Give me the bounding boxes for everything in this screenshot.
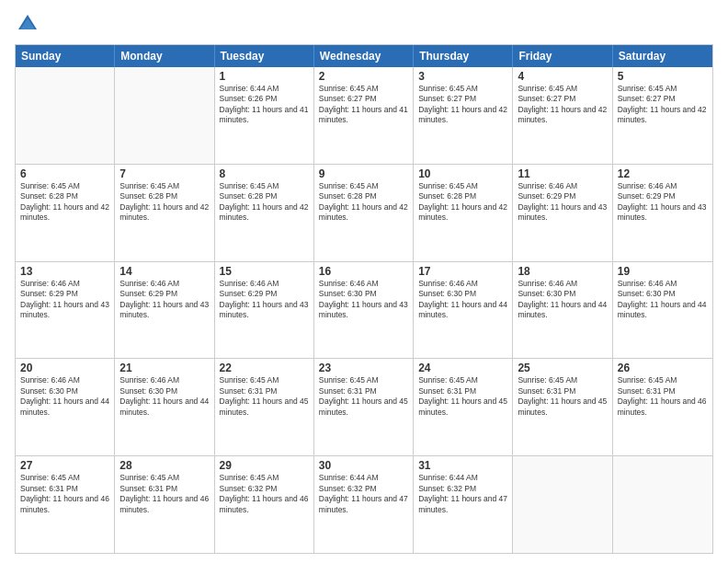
logo-icon [15,11,40,37]
day-number: 2 [319,70,408,83]
day-details: Sunrise: 6:46 AM Sunset: 6:30 PM Dayligh… [518,279,607,321]
day-number: 9 [319,167,408,180]
day-cell-19: 19Sunrise: 6:46 AM Sunset: 6:30 PM Dayli… [613,262,712,359]
day-cell-23: 23Sunrise: 6:45 AM Sunset: 6:31 PM Dayli… [314,359,414,455]
day-number: 3 [418,70,507,83]
weekday-header-wednesday: Wednesday [314,45,414,67]
day-number: 13 [20,265,109,278]
day-number: 31 [418,459,507,472]
day-number: 23 [319,362,408,374]
day-details: Sunrise: 6:46 AM Sunset: 6:29 PM Dayligh… [220,279,309,321]
day-number: 18 [518,265,607,278]
day-details: Sunrise: 6:46 AM Sunset: 6:30 PM Dayligh… [119,375,209,418]
day-details: Sunrise: 6:45 AM Sunset: 6:31 PM Dayligh… [418,375,507,418]
day-number: 14 [119,265,209,278]
day-cell-13: 13Sunrise: 6:46 AM Sunset: 6:29 PM Dayli… [16,262,115,359]
logo [15,11,44,37]
day-number: 1 [220,70,309,83]
calendar-header: SundayMondayTuesdayWednesdayThursdayFrid… [16,45,712,67]
day-details: Sunrise: 6:45 AM Sunset: 6:28 PM Dayligh… [119,181,209,224]
day-number: 27 [20,459,109,472]
day-number: 29 [220,459,309,472]
day-number: 19 [618,265,708,278]
day-number: 22 [220,362,309,374]
day-details: Sunrise: 6:44 AM Sunset: 6:32 PM Dayligh… [418,473,507,515]
day-details: Sunrise: 6:45 AM Sunset: 6:27 PM Dayligh… [319,84,408,126]
day-details: Sunrise: 6:46 AM Sunset: 6:29 PM Dayligh… [20,279,109,321]
day-cell-31: 31Sunrise: 6:44 AM Sunset: 6:32 PM Dayli… [414,456,513,553]
day-cell-30: 30Sunrise: 6:44 AM Sunset: 6:32 PM Dayli… [314,456,414,553]
day-cell-24: 24Sunrise: 6:45 AM Sunset: 6:31 PM Dayli… [414,359,513,455]
day-details: Sunrise: 6:45 AM Sunset: 6:31 PM Dayligh… [618,375,708,418]
empty-cell-4-6 [613,456,712,553]
calendar-row-3: 13Sunrise: 6:46 AM Sunset: 6:29 PM Dayli… [16,261,712,359]
day-details: Sunrise: 6:45 AM Sunset: 6:28 PM Dayligh… [319,181,408,224]
day-details: Sunrise: 6:45 AM Sunset: 6:27 PM Dayligh… [418,84,507,126]
day-details: Sunrise: 6:45 AM Sunset: 6:28 PM Dayligh… [418,181,507,224]
day-cell-20: 20Sunrise: 6:46 AM Sunset: 6:30 PM Dayli… [16,359,115,455]
day-number: 11 [518,167,607,180]
calendar-body: 1Sunrise: 6:44 AM Sunset: 6:26 PM Daylig… [16,67,712,553]
day-cell-1: 1Sunrise: 6:44 AM Sunset: 6:26 PM Daylig… [215,67,314,164]
day-cell-4: 4Sunrise: 6:45 AM Sunset: 6:27 PM Daylig… [513,67,612,164]
day-number: 8 [220,167,309,180]
calendar-page: SundayMondayTuesdayWednesdayThursdayFrid… [0,0,728,563]
day-cell-21: 21Sunrise: 6:46 AM Sunset: 6:30 PM Dayli… [115,359,214,455]
day-cell-27: 27Sunrise: 6:45 AM Sunset: 6:31 PM Dayli… [16,456,115,553]
day-cell-9: 9Sunrise: 6:45 AM Sunset: 6:28 PM Daylig… [314,165,414,261]
day-cell-6: 6Sunrise: 6:45 AM Sunset: 6:28 PM Daylig… [16,165,115,261]
empty-cell-0-1 [115,67,214,164]
calendar-row-5: 27Sunrise: 6:45 AM Sunset: 6:31 PM Dayli… [16,455,712,553]
day-cell-3: 3Sunrise: 6:45 AM Sunset: 6:27 PM Daylig… [414,67,513,164]
day-number: 26 [618,362,708,374]
day-details: Sunrise: 6:45 AM Sunset: 6:31 PM Dayligh… [20,473,109,515]
day-number: 20 [20,362,109,374]
day-details: Sunrise: 6:45 AM Sunset: 6:27 PM Dayligh… [618,84,708,126]
day-number: 12 [618,167,708,180]
day-cell-15: 15Sunrise: 6:46 AM Sunset: 6:29 PM Dayli… [215,262,314,359]
day-details: Sunrise: 6:44 AM Sunset: 6:32 PM Dayligh… [319,473,408,515]
day-details: Sunrise: 6:46 AM Sunset: 6:30 PM Dayligh… [20,375,109,418]
calendar-row-4: 20Sunrise: 6:46 AM Sunset: 6:30 PM Dayli… [16,358,712,455]
calendar-row-2: 6Sunrise: 6:45 AM Sunset: 6:28 PM Daylig… [16,164,712,261]
day-cell-14: 14Sunrise: 6:46 AM Sunset: 6:29 PM Dayli… [115,262,214,359]
day-cell-18: 18Sunrise: 6:46 AM Sunset: 6:30 PM Dayli… [513,262,612,359]
page-header [15,11,713,37]
day-cell-29: 29Sunrise: 6:45 AM Sunset: 6:32 PM Dayli… [215,456,314,553]
day-details: Sunrise: 6:45 AM Sunset: 6:31 PM Dayligh… [518,375,607,418]
day-number: 24 [418,362,507,374]
day-cell-17: 17Sunrise: 6:46 AM Sunset: 6:30 PM Dayli… [414,262,513,359]
day-cell-5: 5Sunrise: 6:45 AM Sunset: 6:27 PM Daylig… [613,67,712,164]
day-number: 4 [518,70,607,83]
day-number: 17 [418,265,507,278]
weekday-header-sunday: Sunday [16,45,115,67]
weekday-header-thursday: Thursday [414,45,513,67]
day-cell-2: 2Sunrise: 6:45 AM Sunset: 6:27 PM Daylig… [314,67,414,164]
day-details: Sunrise: 6:46 AM Sunset: 6:30 PM Dayligh… [618,279,708,321]
day-details: Sunrise: 6:45 AM Sunset: 6:27 PM Dayligh… [518,84,607,126]
day-number: 16 [319,265,408,278]
weekday-header-tuesday: Tuesday [215,45,314,67]
weekday-header-saturday: Saturday [613,45,712,67]
day-details: Sunrise: 6:46 AM Sunset: 6:29 PM Dayligh… [618,181,708,224]
day-number: 30 [319,459,408,472]
empty-cell-4-5 [513,456,612,553]
day-cell-26: 26Sunrise: 6:45 AM Sunset: 6:31 PM Dayli… [613,359,712,455]
day-number: 15 [220,265,309,278]
day-details: Sunrise: 6:45 AM Sunset: 6:28 PM Dayligh… [220,181,309,224]
day-cell-25: 25Sunrise: 6:45 AM Sunset: 6:31 PM Dayli… [513,359,612,455]
day-details: Sunrise: 6:46 AM Sunset: 6:30 PM Dayligh… [418,279,507,321]
day-number: 28 [119,459,209,472]
day-number: 21 [119,362,209,374]
weekday-header-monday: Monday [115,45,214,67]
day-number: 5 [618,70,708,83]
day-cell-11: 11Sunrise: 6:46 AM Sunset: 6:29 PM Dayli… [513,165,612,261]
day-cell-28: 28Sunrise: 6:45 AM Sunset: 6:31 PM Dayli… [115,456,214,553]
day-details: Sunrise: 6:44 AM Sunset: 6:26 PM Dayligh… [220,84,309,126]
calendar-row-1: 1Sunrise: 6:44 AM Sunset: 6:26 PM Daylig… [16,67,712,164]
day-cell-12: 12Sunrise: 6:46 AM Sunset: 6:29 PM Dayli… [613,165,712,261]
day-details: Sunrise: 6:46 AM Sunset: 6:29 PM Dayligh… [518,181,607,224]
day-cell-7: 7Sunrise: 6:45 AM Sunset: 6:28 PM Daylig… [115,165,214,261]
day-details: Sunrise: 6:45 AM Sunset: 6:31 PM Dayligh… [220,375,309,418]
day-cell-10: 10Sunrise: 6:45 AM Sunset: 6:28 PM Dayli… [414,165,513,261]
